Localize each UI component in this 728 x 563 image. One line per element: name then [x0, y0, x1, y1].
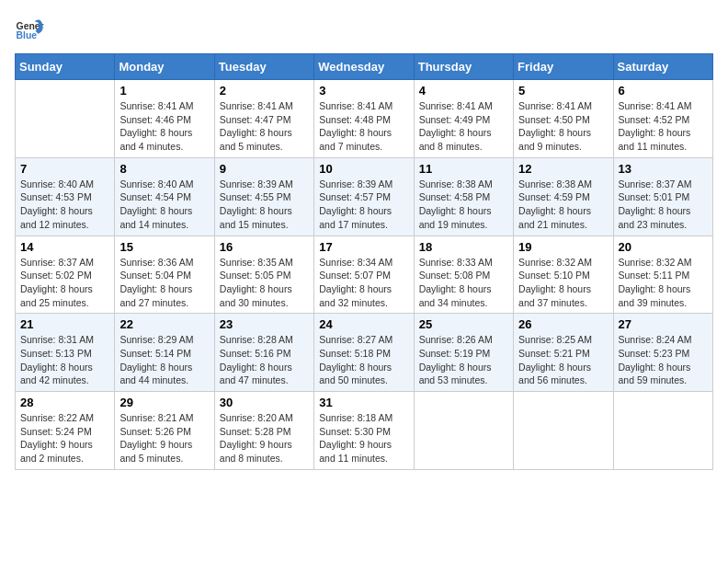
week-row-5: 28Sunrise: 8:22 AM Sunset: 5:24 PM Dayli… — [16, 392, 713, 470]
day-number: 5 — [518, 84, 608, 98]
calendar-cell: 2Sunrise: 8:41 AM Sunset: 4:47 PM Daylig… — [214, 80, 313, 158]
calendar-cell: 25Sunrise: 8:26 AM Sunset: 5:19 PM Dayli… — [414, 314, 513, 392]
calendar-cell: 27Sunrise: 8:24 AM Sunset: 5:23 PM Dayli… — [613, 314, 712, 392]
day-number: 10 — [319, 162, 408, 176]
day-info: Sunrise: 8:41 AM Sunset: 4:48 PM Dayligh… — [319, 99, 408, 154]
day-number: 15 — [119, 240, 209, 254]
calendar-cell: 20Sunrise: 8:32 AM Sunset: 5:11 PM Dayli… — [613, 236, 712, 314]
calendar-cell — [16, 80, 115, 158]
calendar-cell: 9Sunrise: 8:39 AM Sunset: 4:55 PM Daylig… — [214, 157, 313, 236]
calendar-cell: 21Sunrise: 8:31 AM Sunset: 5:13 PM Dayli… — [16, 314, 115, 392]
day-info: Sunrise: 8:20 AM Sunset: 5:28 PM Dayligh… — [220, 411, 309, 465]
day-number: 1 — [119, 84, 209, 98]
day-info: Sunrise: 8:41 AM Sunset: 4:47 PM Dayligh… — [220, 99, 309, 154]
day-info: Sunrise: 8:24 AM Sunset: 5:23 PM Dayligh… — [619, 333, 708, 387]
day-info: Sunrise: 8:18 AM Sunset: 5:30 PM Dayligh… — [319, 411, 408, 465]
calendar-cell: 4Sunrise: 8:41 AM Sunset: 4:49 PM Daylig… — [414, 80, 513, 158]
day-number: 24 — [319, 317, 408, 331]
day-number: 14 — [20, 240, 109, 254]
day-header-tuesday: Tuesday — [214, 54, 313, 80]
day-info: Sunrise: 8:41 AM Sunset: 4:46 PM Dayligh… — [119, 99, 209, 154]
week-row-2: 7Sunrise: 8:40 AM Sunset: 4:53 PM Daylig… — [16, 157, 713, 236]
day-number: 26 — [518, 317, 608, 331]
calendar-cell: 23Sunrise: 8:28 AM Sunset: 5:16 PM Dayli… — [214, 314, 313, 392]
calendar-cell: 18Sunrise: 8:33 AM Sunset: 5:08 PM Dayli… — [414, 236, 513, 314]
day-number: 19 — [518, 240, 608, 254]
day-info: Sunrise: 8:35 AM Sunset: 5:05 PM Dayligh… — [220, 256, 309, 310]
calendar-cell: 6Sunrise: 8:41 AM Sunset: 4:52 PM Daylig… — [613, 80, 712, 158]
day-number: 3 — [319, 84, 408, 98]
calendar-cell: 11Sunrise: 8:38 AM Sunset: 4:58 PM Dayli… — [414, 157, 513, 236]
day-header-sunday: Sunday — [16, 54, 115, 80]
day-number: 11 — [419, 162, 508, 176]
day-info: Sunrise: 8:37 AM Sunset: 5:01 PM Dayligh… — [619, 178, 708, 232]
calendar-cell: 15Sunrise: 8:36 AM Sunset: 5:04 PM Dayli… — [115, 236, 214, 314]
day-number: 27 — [619, 317, 708, 331]
day-header-monday: Monday — [115, 54, 214, 80]
calendar-cell: 10Sunrise: 8:39 AM Sunset: 4:57 PM Dayli… — [314, 157, 414, 236]
calendar-cell: 17Sunrise: 8:34 AM Sunset: 5:07 PM Dayli… — [314, 236, 414, 314]
calendar-cell: 31Sunrise: 8:18 AM Sunset: 5:30 PM Dayli… — [314, 392, 414, 470]
day-info: Sunrise: 8:41 AM Sunset: 4:50 PM Dayligh… — [518, 99, 608, 154]
day-number: 9 — [220, 162, 309, 176]
day-info: Sunrise: 8:38 AM Sunset: 4:58 PM Dayligh… — [419, 178, 508, 232]
day-info: Sunrise: 8:21 AM Sunset: 5:26 PM Dayligh… — [119, 411, 209, 465]
day-number: 8 — [119, 162, 209, 176]
week-row-3: 14Sunrise: 8:37 AM Sunset: 5:02 PM Dayli… — [16, 236, 713, 314]
calendar-cell — [613, 392, 712, 470]
calendar-cell: 14Sunrise: 8:37 AM Sunset: 5:02 PM Dayli… — [16, 236, 115, 314]
week-row-1: 1Sunrise: 8:41 AM Sunset: 4:46 PM Daylig… — [16, 80, 713, 158]
calendar-cell — [414, 392, 513, 470]
calendar-cell: 26Sunrise: 8:25 AM Sunset: 5:21 PM Dayli… — [514, 314, 613, 392]
day-info: Sunrise: 8:40 AM Sunset: 4:54 PM Dayligh… — [119, 178, 209, 232]
day-info: Sunrise: 8:32 AM Sunset: 5:10 PM Dayligh… — [518, 256, 608, 310]
day-info: Sunrise: 8:36 AM Sunset: 5:04 PM Dayligh… — [119, 256, 209, 310]
day-number: 13 — [619, 162, 708, 176]
calendar-cell: 7Sunrise: 8:40 AM Sunset: 4:53 PM Daylig… — [16, 157, 115, 236]
day-info: Sunrise: 8:40 AM Sunset: 4:53 PM Dayligh… — [20, 178, 109, 232]
logo-icon: General Blue — [15, 15, 44, 44]
calendar-cell: 5Sunrise: 8:41 AM Sunset: 4:50 PM Daylig… — [514, 80, 613, 158]
day-number: 20 — [619, 240, 708, 254]
day-header-friday: Friday — [514, 54, 613, 80]
day-number: 6 — [619, 84, 708, 98]
calendar-cell: 8Sunrise: 8:40 AM Sunset: 4:54 PM Daylig… — [115, 157, 214, 236]
day-info: Sunrise: 8:39 AM Sunset: 4:55 PM Dayligh… — [220, 178, 309, 232]
day-number: 12 — [518, 162, 608, 176]
calendar-cell — [514, 392, 613, 470]
day-number: 17 — [319, 240, 408, 254]
day-info: Sunrise: 8:29 AM Sunset: 5:14 PM Dayligh… — [119, 333, 209, 387]
day-header-thursday: Thursday — [414, 54, 513, 80]
day-number: 21 — [20, 317, 109, 331]
day-number: 31 — [319, 396, 408, 409]
day-number: 16 — [220, 240, 309, 254]
day-info: Sunrise: 8:39 AM Sunset: 4:57 PM Dayligh… — [319, 178, 408, 232]
calendar-cell: 1Sunrise: 8:41 AM Sunset: 4:46 PM Daylig… — [115, 80, 214, 158]
svg-text:Blue: Blue — [17, 30, 38, 40]
calendar-cell: 16Sunrise: 8:35 AM Sunset: 5:05 PM Dayli… — [214, 236, 313, 314]
day-info: Sunrise: 8:32 AM Sunset: 5:11 PM Dayligh… — [619, 256, 708, 310]
week-row-4: 21Sunrise: 8:31 AM Sunset: 5:13 PM Dayli… — [16, 314, 713, 392]
calendar-cell: 3Sunrise: 8:41 AM Sunset: 4:48 PM Daylig… — [314, 80, 414, 158]
calendar-cell: 19Sunrise: 8:32 AM Sunset: 5:10 PM Dayli… — [514, 236, 613, 314]
day-header-saturday: Saturday — [613, 54, 712, 80]
logo: General Blue — [15, 15, 44, 44]
day-number: 18 — [419, 240, 508, 254]
day-number: 30 — [220, 396, 309, 409]
calendar-cell: 29Sunrise: 8:21 AM Sunset: 5:26 PM Dayli… — [115, 392, 214, 470]
header: General Blue — [15, 15, 713, 44]
day-info: Sunrise: 8:33 AM Sunset: 5:08 PM Dayligh… — [419, 256, 508, 310]
day-number: 29 — [119, 396, 209, 409]
day-info: Sunrise: 8:38 AM Sunset: 4:59 PM Dayligh… — [518, 178, 608, 232]
calendar-cell: 30Sunrise: 8:20 AM Sunset: 5:28 PM Dayli… — [214, 392, 313, 470]
day-number: 2 — [220, 84, 309, 98]
day-number: 4 — [419, 84, 508, 98]
day-info: Sunrise: 8:37 AM Sunset: 5:02 PM Dayligh… — [20, 256, 109, 310]
calendar-cell: 12Sunrise: 8:38 AM Sunset: 4:59 PM Dayli… — [514, 157, 613, 236]
day-number: 28 — [20, 396, 109, 409]
day-number: 7 — [20, 162, 109, 176]
days-header-row: SundayMondayTuesdayWednesdayThursdayFrid… — [16, 54, 713, 80]
day-info: Sunrise: 8:31 AM Sunset: 5:13 PM Dayligh… — [20, 333, 109, 387]
calendar-cell: 13Sunrise: 8:37 AM Sunset: 5:01 PM Dayli… — [613, 157, 712, 236]
day-header-wednesday: Wednesday — [314, 54, 414, 80]
